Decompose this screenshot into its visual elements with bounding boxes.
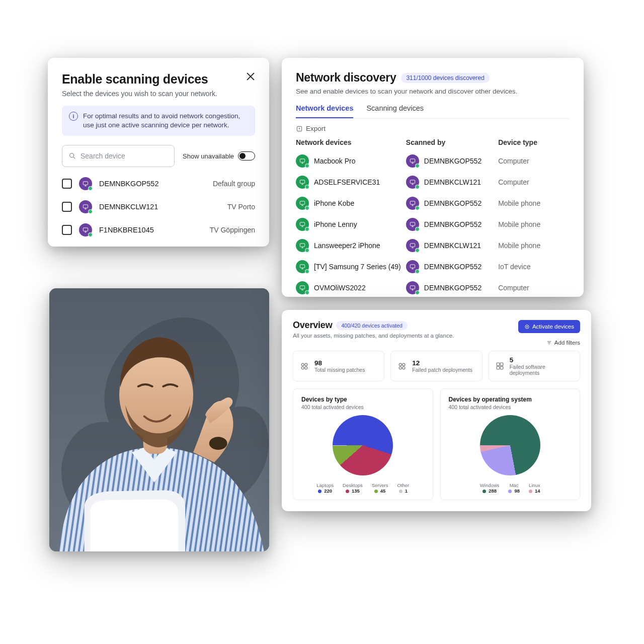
chart-devices-by-type: Devices by type 400 total activated devi…	[293, 388, 433, 500]
svg-point-0	[70, 153, 74, 157]
stat-card[interactable]: 5 Failed software deployments	[489, 351, 580, 381]
svg-point-30	[305, 366, 307, 369]
network-device-cell[interactable]: [TV] Samsung 7 Series (49)	[296, 260, 403, 273]
svg-point-34	[403, 366, 405, 369]
legend-item: Linux 14	[529, 482, 540, 494]
svg-rect-37	[497, 366, 500, 369]
stat-card[interactable]: 12 Failed patch deployments	[390, 351, 482, 381]
scanned-by-cell[interactable]: DEMNBKGOP552	[406, 218, 495, 231]
legend-value: 98	[514, 488, 520, 494]
svg-rect-15	[410, 180, 415, 183]
svg-point-27	[301, 363, 304, 366]
scanner-name: DEMNBKCLW121	[424, 178, 481, 186]
device-checkbox[interactable]	[62, 179, 72, 189]
network-device-cell[interactable]: Macbook Pro	[296, 154, 403, 168]
device-icon	[296, 176, 309, 189]
svg-rect-14	[300, 180, 304, 183]
device-group: TV Porto	[227, 203, 255, 211]
legend-os: Windows 288 Mac 98 Linux 14	[449, 482, 572, 494]
stat-icon	[495, 361, 505, 371]
network-device-cell[interactable]: Lansweeper2 iPhone	[296, 239, 403, 252]
enable-scanning-subtitle: Select the devices you wish to scan your…	[62, 90, 255, 98]
device-name: [TV] Samsung 7 Series (49)	[314, 263, 401, 271]
legend-swatch	[346, 490, 349, 493]
network-device-cell[interactable]: iPhone Lenny	[296, 218, 403, 231]
scanning-device-row: DEMNBKCLW121 TV Porto	[62, 200, 255, 213]
search-input[interactable]: Search device	[62, 145, 175, 167]
svg-rect-4	[83, 228, 88, 231]
legend-swatch	[508, 490, 512, 493]
device-type-cell: Mobile phone	[498, 242, 570, 250]
device-icon	[296, 154, 309, 168]
scanning-device-row: F1NBKBRE1045 TV Göppingen	[62, 223, 255, 236]
svg-rect-12	[300, 159, 304, 162]
add-filters-button[interactable]: Add filters	[293, 340, 580, 346]
info-text: For optimal results and to avoid network…	[83, 112, 248, 130]
chart-sub-type: 400 total activated devices	[301, 404, 425, 410]
search-placeholder: Search device	[80, 152, 125, 160]
info-icon: i	[69, 112, 78, 121]
device-icon	[296, 197, 309, 210]
svg-rect-3	[83, 205, 88, 208]
tab-network-devices[interactable]: Network devices	[296, 104, 353, 118]
scanner-name: DEMNBKGOP552	[424, 220, 481, 228]
svg-line-1	[73, 157, 75, 158]
svg-rect-24	[300, 286, 304, 289]
legend-item: Laptops 220	[316, 482, 334, 494]
scanned-by-cell[interactable]: DEMNBKCLW121	[406, 239, 495, 252]
export-icon	[296, 125, 303, 132]
stat-card[interactable]: 98 Total missing patches	[293, 351, 384, 381]
device-icon	[406, 218, 419, 231]
svg-rect-20	[300, 244, 304, 247]
legend-label: Laptops	[316, 482, 334, 488]
device-checkbox[interactable]	[62, 202, 72, 212]
column-header: Network devices	[296, 138, 403, 146]
discovery-tabs: Network devices Scanning devices	[296, 104, 570, 119]
scanned-by-cell[interactable]: DEMNBKCLW121	[406, 176, 495, 189]
network-device-cell[interactable]: iPhone Kobe	[296, 197, 403, 210]
network-device-cell[interactable]: ADSELFSERVICE31	[296, 176, 403, 189]
discovery-title: Network discovery	[296, 71, 396, 85]
show-unavailable-toggle[interactable]	[238, 151, 255, 160]
device-checkbox[interactable]	[62, 225, 72, 235]
scanned-by-cell[interactable]: DEMNBKGOP552	[406, 197, 495, 210]
network-device-cell[interactable]: OVMOliWS2022	[296, 281, 403, 294]
scanner-name: DEMNBKCLW121	[424, 242, 481, 250]
export-button[interactable]: Export	[296, 125, 570, 132]
device-icon	[406, 197, 419, 210]
scanned-by-cell[interactable]: DEMNBKGOP552	[406, 260, 495, 273]
scanner-name: DEMNBKGOP552	[424, 199, 481, 207]
device-icon	[406, 239, 419, 252]
device-icon	[406, 281, 419, 294]
scanned-by-cell[interactable]: DEMNBKGOP552	[406, 281, 495, 294]
close-icon[interactable]	[246, 72, 255, 81]
device-type-cell: Computer	[498, 157, 570, 165]
legend-label: Mac	[508, 482, 520, 488]
device-group: TV Göppingen	[210, 226, 255, 234]
device-name: ADSELFSERVICE31	[314, 178, 380, 186]
legend-label: Windows	[480, 482, 500, 488]
toggle-label: Show unavailable	[183, 152, 234, 160]
stat-label: Failed software deployments	[510, 364, 574, 376]
legend-item: Desktops 135	[343, 482, 363, 494]
info-banner: i For optimal results and to avoid netwo…	[62, 106, 255, 136]
svg-point-29	[301, 366, 304, 369]
activate-devices-button[interactable]: Activate devices	[518, 320, 580, 333]
legend-value: 45	[380, 488, 386, 494]
svg-rect-36	[500, 363, 503, 366]
svg-rect-17	[410, 201, 415, 204]
legend-value: 14	[535, 488, 540, 494]
device-icon	[406, 154, 419, 168]
chart-title-type: Devices by type	[301, 396, 425, 403]
column-header: Scanned by	[406, 138, 495, 146]
svg-point-33	[399, 366, 401, 369]
legend-swatch	[318, 490, 321, 493]
device-icon	[296, 281, 309, 294]
scanned-by-cell[interactable]: DEMNBKGOP552	[406, 154, 495, 168]
device-type-cell: Mobile phone	[498, 220, 570, 228]
svg-rect-23	[410, 265, 415, 268]
legend-value: 135	[352, 488, 360, 494]
tab-scanning-devices[interactable]: Scanning devices	[366, 104, 424, 118]
device-icon	[296, 218, 309, 231]
pie-os	[480, 415, 540, 475]
